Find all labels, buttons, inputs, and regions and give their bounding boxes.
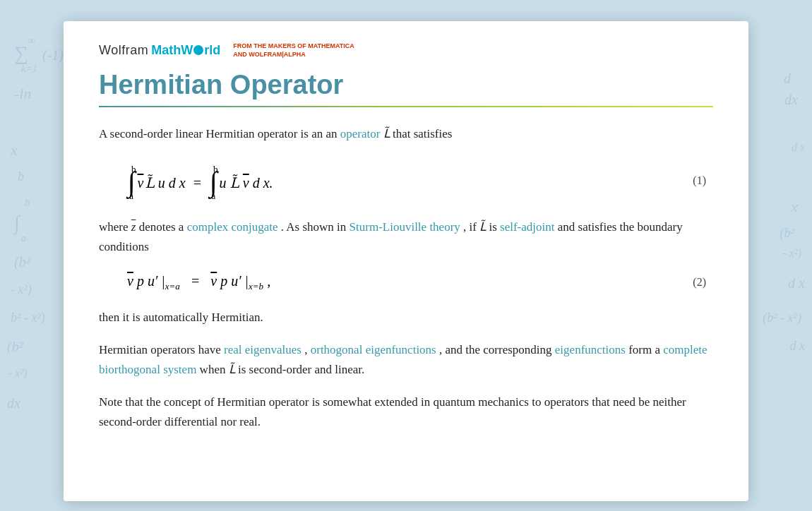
- when-text: when: [200, 363, 226, 376]
- real-eigenvalues-link[interactable]: real eigenvalues: [224, 343, 301, 356]
- and-corresponding-text: , and the corresponding: [439, 343, 552, 356]
- where-text: where: [99, 220, 129, 234]
- hermitian-ops-paragraph: Hermitian operators have real eigenvalue…: [99, 340, 713, 380]
- denotes-text: denotes a: [139, 220, 187, 234]
- equation-1-block: b ∫ a v L̃ u d x = b ∫ a u L̃ v d x. (1): [127, 160, 713, 202]
- intro-text: A second-order linear Hermitian operator…: [99, 127, 323, 140]
- hermitian-ops-text: Hermitian operators have: [99, 343, 221, 356]
- if-text: , if: [463, 220, 477, 234]
- eq1-number: (1): [693, 174, 706, 187]
- shown-in-text: . As shown in: [281, 220, 347, 234]
- main-content: Wolfram MathWrld FROM THE MAKERS OF MATH…: [64, 21, 748, 501]
- that-satisfies: that satisfies: [393, 127, 453, 140]
- then-paragraph: then it is automatically Hermitian.: [99, 308, 713, 327]
- title-divider: [99, 106, 713, 107]
- wolfram-label: Wolfram: [99, 43, 148, 58]
- where-paragraph: where z denotes a complex conjugate . As…: [99, 217, 713, 257]
- eigenfunctions-link[interactable]: eigenfunctions: [555, 343, 626, 356]
- page-title: Hermitian Operator: [99, 70, 713, 100]
- sturm-link[interactable]: Sturm-Liouville theory: [350, 220, 460, 234]
- equation-2: v p u′ |x=a = v p u′ |x=b ,: [127, 273, 693, 292]
- form-text: form a: [628, 343, 660, 356]
- intro-paragraph: A second-order linear Hermitian operator…: [99, 124, 713, 144]
- operator-link[interactable]: operator: [340, 127, 381, 140]
- then-text: then it is automatically Hermitian.: [99, 311, 263, 324]
- from-makers: FROM THE MAKERS OF MATHEMATICA AND WOLFR…: [233, 42, 354, 59]
- eq2-number: (2): [693, 276, 706, 289]
- equation-2-block: v p u′ |x=a = v p u′ |x=b , (2): [127, 273, 713, 292]
- orthogonal-link[interactable]: orthogonal eigenfunctions: [311, 343, 436, 356]
- mathworld-logo: MathWrld: [151, 43, 220, 58]
- equation-1: b ∫ a v L̃ u d x = b ∫ a u L̃ v d x.: [127, 160, 693, 202]
- header: Wolfram MathWrld FROM THE MAKERS OF MATH…: [99, 42, 713, 59]
- note-paragraph: Note that the concept of Hermitian opera…: [99, 392, 713, 432]
- self-adjoint-link[interactable]: self-adjoint: [500, 220, 554, 234]
- complex-conjugate-link[interactable]: complex conjugate: [187, 220, 278, 234]
- is-text: is: [489, 220, 496, 234]
- note-text: Note that the concept of Hermitian opera…: [99, 395, 686, 428]
- second-order-text: is second-order and linear.: [238, 363, 364, 376]
